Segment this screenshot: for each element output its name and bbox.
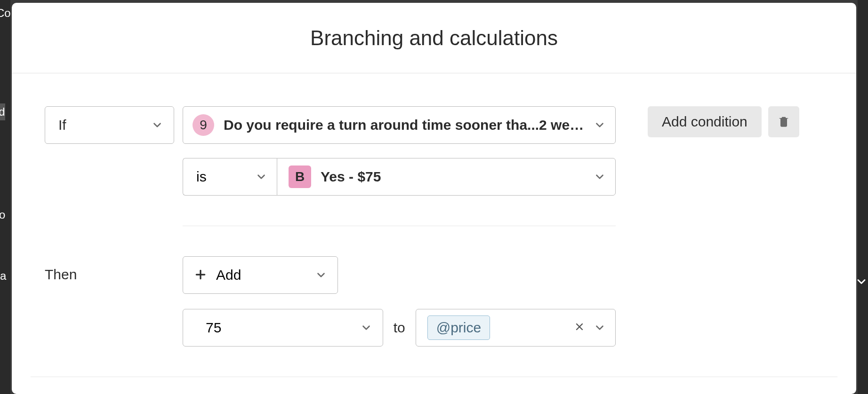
chevron-down-icon bbox=[594, 322, 606, 334]
condition-row: If 9 Do you require a turn around time s… bbox=[45, 106, 823, 256]
bg-text-fragment: tio bbox=[0, 208, 5, 221]
plus-icon bbox=[194, 267, 207, 283]
then-label: Then bbox=[45, 256, 174, 283]
action-row: Then Add 75 bbox=[45, 256, 823, 347]
bg-text-fragment: Co bbox=[0, 7, 10, 20]
trash-icon bbox=[777, 115, 790, 129]
condition-divider bbox=[183, 226, 616, 226]
chevron-down-icon bbox=[255, 171, 267, 183]
bg-text-fragment: ed bbox=[0, 103, 5, 120]
question-select[interactable]: 9 Do you require a turn around time soon… bbox=[183, 106, 616, 144]
target-variable-select[interactable]: @price bbox=[416, 309, 616, 347]
background-left-strip: Co ed tio ita bbox=[0, 0, 10, 394]
chevron-down-icon bbox=[360, 322, 372, 334]
answer-select[interactable]: B Yes - $75 bbox=[277, 158, 616, 196]
add-condition-button[interactable]: Add condition bbox=[648, 106, 762, 137]
clear-icon[interactable] bbox=[572, 320, 587, 336]
value-text: 75 bbox=[206, 320, 221, 336]
operator-select[interactable]: is bbox=[183, 158, 277, 196]
question-text: Do you require a turn around time sooner… bbox=[224, 117, 584, 133]
background-right-strip bbox=[858, 0, 868, 394]
action-label: Add bbox=[216, 267, 241, 283]
value-row: 75 to @price bbox=[183, 309, 616, 347]
chevron-down-icon bbox=[594, 171, 606, 183]
branching-modal: Branching and calculations If 9 Do you r… bbox=[12, 3, 856, 394]
rule-bottom-divider bbox=[31, 377, 837, 377]
chevron-down-icon bbox=[315, 269, 327, 281]
value-select[interactable]: 75 bbox=[183, 309, 383, 347]
chevron-down-icon bbox=[151, 119, 163, 131]
to-label: to bbox=[392, 320, 407, 336]
if-label: If bbox=[58, 117, 66, 133]
question-number-badge: 9 bbox=[193, 114, 214, 136]
rule-body: If 9 Do you require a turn around time s… bbox=[12, 73, 856, 347]
answer-letter-badge: B bbox=[289, 165, 311, 188]
action-select[interactable]: Add bbox=[183, 256, 338, 294]
variable-chip: @price bbox=[427, 315, 490, 340]
operator-label: is bbox=[196, 169, 207, 185]
modal-title: Branching and calculations bbox=[310, 26, 558, 50]
delete-condition-button[interactable] bbox=[768, 106, 799, 137]
chevron-down-icon bbox=[594, 119, 606, 131]
if-select[interactable]: If bbox=[45, 106, 174, 144]
bg-text-fragment: ita bbox=[0, 269, 6, 283]
operator-answer-row: is B Yes - $75 bbox=[183, 158, 616, 196]
chevron-down-icon bbox=[855, 275, 868, 292]
modal-header: Branching and calculations bbox=[12, 3, 856, 73]
answer-text: Yes - $75 bbox=[321, 169, 584, 185]
